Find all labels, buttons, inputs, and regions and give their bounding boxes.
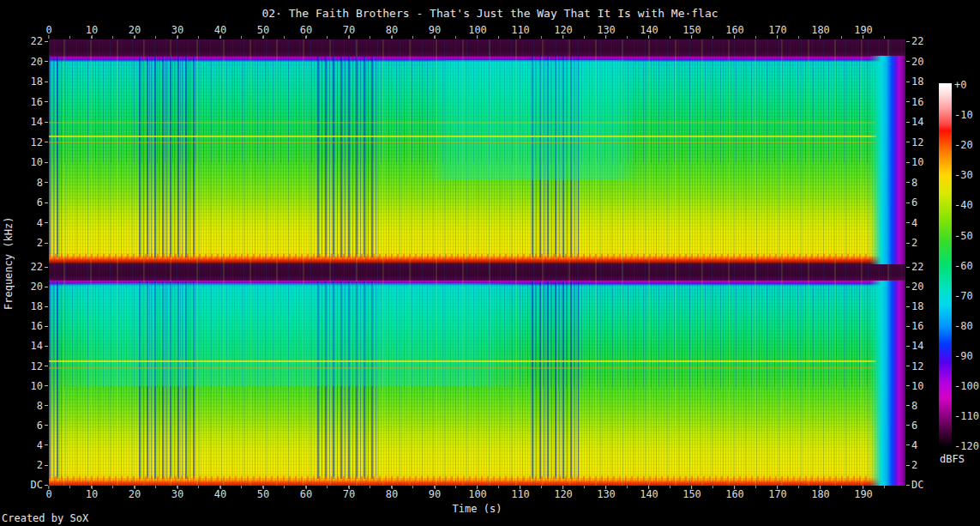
tone-line bbox=[49, 367, 876, 369]
tick-label: -70 bbox=[954, 290, 973, 302]
tick-label: 40 bbox=[214, 25, 226, 39]
tick-label: 160 bbox=[725, 486, 744, 499]
tick-label: 170 bbox=[768, 486, 787, 499]
tick-label: -30 bbox=[954, 169, 973, 181]
tick-label: 2 bbox=[906, 459, 917, 471]
quiet-passage-overlay bbox=[532, 281, 579, 479]
bass-speckle-overlay bbox=[49, 476, 871, 481]
dbfs-colorbar bbox=[939, 83, 952, 447]
tick-label: 6 bbox=[906, 420, 917, 432]
tick-label: -90 bbox=[954, 350, 973, 362]
tick-label: 150 bbox=[682, 25, 701, 39]
bass-speckle-overlay bbox=[49, 254, 871, 259]
tick-label: 18 bbox=[906, 300, 923, 312]
quiet-passage-overlay bbox=[49, 57, 63, 257]
tick-label: -40 bbox=[954, 199, 973, 211]
tick-label: 16 bbox=[906, 320, 923, 332]
tick-label: 12 bbox=[906, 360, 923, 372]
tick-label: DC bbox=[906, 479, 923, 491]
cyan-region-overlay bbox=[426, 60, 640, 180]
tick-label: -110 bbox=[954, 410, 979, 422]
tick-label: -100 bbox=[954, 380, 979, 392]
tick-label: 130 bbox=[597, 486, 616, 499]
tick-label: 8 bbox=[37, 400, 48, 412]
tick-label: 10 bbox=[86, 25, 98, 39]
dbfs-axis: +0-10-20-30-40-50-60-70-80-90-100-110-12… bbox=[954, 0, 980, 526]
tick-label: 90 bbox=[429, 486, 441, 499]
tick-label: 30 bbox=[171, 486, 183, 499]
tick-label: 14 bbox=[906, 340, 923, 352]
tick-label: 190 bbox=[854, 486, 873, 499]
tick-label: 170 bbox=[768, 25, 787, 39]
tick-label: 140 bbox=[640, 486, 658, 499]
tick-label: 10 bbox=[86, 486, 98, 499]
tick-label: 40 bbox=[214, 486, 226, 499]
tick-label: -80 bbox=[954, 320, 973, 332]
tick-label: 22 bbox=[31, 261, 48, 273]
sox-spectrogram-image: 02· The Faith Brothers - That's Just the… bbox=[0, 0, 980, 526]
tick-label: 50 bbox=[257, 25, 269, 39]
tick-label: 180 bbox=[811, 486, 830, 499]
tick-label: -60 bbox=[954, 260, 973, 272]
created-by-sox-credit: Created by SoX bbox=[2, 512, 88, 524]
tick-label: 70 bbox=[343, 25, 355, 39]
tick-label: 120 bbox=[554, 25, 573, 39]
tick-label: 100 bbox=[468, 486, 487, 499]
tick-label: +0 bbox=[954, 79, 966, 91]
dbfs-label: dBFS bbox=[940, 453, 965, 465]
tick-label: -20 bbox=[954, 139, 973, 151]
tone-line bbox=[49, 142, 876, 143]
tick-label: 4 bbox=[37, 439, 48, 451]
tick-label: 120 bbox=[554, 486, 573, 499]
tick-label: 20 bbox=[129, 486, 141, 499]
tick-label: 14 bbox=[31, 340, 48, 352]
fade-out-overlay bbox=[869, 281, 905, 486]
tone-line-12khz bbox=[49, 360, 876, 362]
tick-label: 50 bbox=[257, 486, 269, 499]
fade-out-overlay bbox=[869, 56, 905, 264]
tick-label: 60 bbox=[300, 25, 312, 39]
tick-label: 150 bbox=[682, 486, 701, 499]
tone-line-12khz bbox=[49, 136, 876, 137]
tick-label: 12 bbox=[31, 360, 48, 372]
tick-label: 30 bbox=[171, 25, 183, 39]
tick-label: 20 bbox=[906, 281, 923, 293]
tick-label: 6 bbox=[37, 420, 48, 432]
tick-label: 140 bbox=[640, 25, 658, 39]
tick-label: 70 bbox=[343, 486, 355, 499]
tick-label: 60 bbox=[300, 486, 312, 499]
time-axis-top: 0102030405060708090100110120130140150160… bbox=[0, 25, 980, 39]
spectrogram-plot bbox=[49, 39, 905, 486]
time-axis-bottom: 0102030405060708090100110120130140150160… bbox=[0, 486, 980, 500]
freq-axis-lower-right: 222018161412108642DC bbox=[906, 0, 937, 526]
tick-label: 90 bbox=[429, 25, 441, 39]
tick-label: 180 bbox=[811, 25, 830, 39]
tick-label: 10 bbox=[906, 380, 923, 392]
tick-label: 130 bbox=[597, 25, 616, 39]
quiet-passage-overlay bbox=[139, 57, 195, 257]
tick-label: 110 bbox=[511, 25, 530, 39]
tick-label: 18 bbox=[31, 300, 48, 312]
tick-label: DC bbox=[31, 479, 48, 491]
tick-label: 10 bbox=[31, 380, 48, 392]
tick-label: 80 bbox=[386, 25, 398, 39]
page-title: 02· The Faith Brothers - That's Just the… bbox=[0, 7, 980, 20]
tone-line bbox=[49, 122, 876, 124]
tick-label: -120 bbox=[954, 440, 979, 452]
tick-label: 22 bbox=[906, 261, 923, 273]
tick-label: 100 bbox=[468, 25, 487, 39]
quiet-passage-overlay bbox=[317, 57, 377, 257]
tick-label: 80 bbox=[386, 486, 398, 499]
tick-label: 20 bbox=[129, 25, 141, 39]
tick-label: 190 bbox=[854, 25, 873, 39]
tick-label: -50 bbox=[954, 230, 973, 242]
cyan-region-overlay bbox=[49, 283, 529, 386]
tick-label: 160 bbox=[725, 25, 744, 39]
tick-label: 8 bbox=[906, 400, 917, 412]
tick-label: 2 bbox=[37, 459, 48, 471]
tick-label: -10 bbox=[954, 109, 973, 121]
tick-label: 16 bbox=[31, 320, 48, 332]
frequency-axis-label: Frequency (kHz) bbox=[3, 0, 15, 526]
spectrogram-channel-lower bbox=[49, 264, 905, 486]
tick-label: 4 bbox=[906, 439, 917, 451]
